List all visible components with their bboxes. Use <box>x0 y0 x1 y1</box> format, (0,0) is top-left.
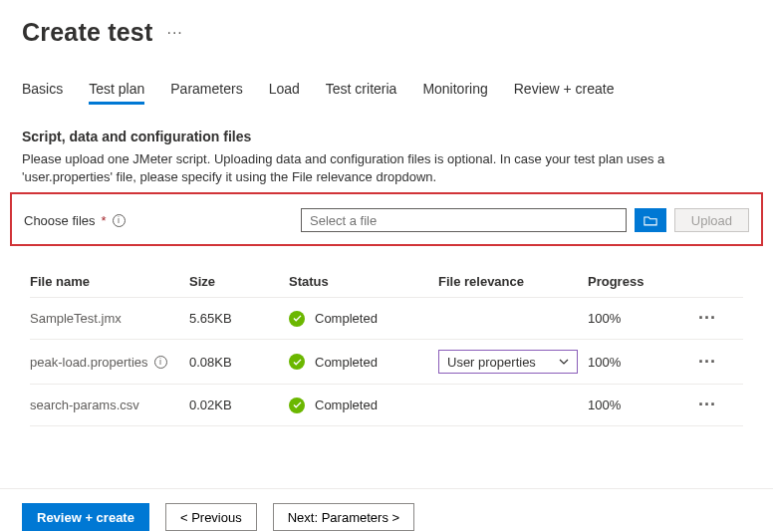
upload-button[interactable]: Upload <box>674 208 749 232</box>
check-icon <box>289 398 305 413</box>
choose-files-text: Choose files <box>24 213 96 228</box>
tab-test-criteria[interactable]: Test criteria <box>326 75 397 105</box>
tab-review-create[interactable]: Review + create <box>514 75 615 105</box>
tab-test-plan[interactable]: Test plan <box>89 75 144 105</box>
file-status-cell: Completed <box>289 398 438 413</box>
relevance-cell: User properties <box>438 350 588 374</box>
file-name-cell: SampleTest.jmx <box>30 311 189 326</box>
table-header-row: File name Size Status File relevance Pro… <box>30 262 743 298</box>
file-name-cell: peak-load.properties i <box>30 355 189 370</box>
previous-button[interactable]: < Previous <box>165 503 257 531</box>
progress-cell: 100% <box>588 311 687 326</box>
footer-bar: Review + create < Previous Next: Paramet… <box>0 488 773 532</box>
browse-button[interactable] <box>635 208 666 232</box>
status-text: Completed <box>315 355 378 370</box>
file-relevance-dropdown[interactable]: User properties <box>438 350 578 374</box>
info-icon[interactable]: i <box>154 356 167 369</box>
section-title: Script, data and configuration files <box>22 129 751 144</box>
chevron-down-icon <box>559 359 569 365</box>
page-title: Create test <box>22 18 152 47</box>
file-name: search-params.csv <box>30 398 139 412</box>
page-header: Create test ··· <box>22 18 751 47</box>
more-actions-icon[interactable]: ··· <box>166 24 182 42</box>
check-icon <box>289 311 305 327</box>
choose-files-row: Choose files * i Upload <box>10 192 763 246</box>
col-file-name: File name <box>30 274 189 289</box>
file-name: peak-load.properties <box>30 355 148 370</box>
tab-basics[interactable]: Basics <box>22 75 63 105</box>
choose-files-label: Choose files * i <box>24 213 293 228</box>
progress-cell: 100% <box>588 398 687 412</box>
row-more-icon[interactable]: ··· <box>687 308 727 329</box>
file-status-cell: Completed <box>289 354 438 370</box>
file-status-cell: Completed <box>289 311 438 327</box>
file-size: 0.02KB <box>189 398 289 412</box>
tab-load[interactable]: Load <box>269 75 300 105</box>
required-asterisk: * <box>102 213 107 228</box>
status-text: Completed <box>315 398 378 412</box>
section-description: Please upload one JMeter script. Uploadi… <box>22 150 719 186</box>
file-size: 0.08KB <box>189 355 289 370</box>
tab-monitoring[interactable]: Monitoring <box>422 75 487 105</box>
file-name-cell: search-params.csv <box>30 398 189 412</box>
file-name: SampleTest.jmx <box>30 311 122 326</box>
check-icon <box>289 354 305 370</box>
relevance-value: User properties <box>447 355 536 370</box>
col-relevance: File relevance <box>438 274 588 289</box>
progress-cell: 100% <box>588 355 687 370</box>
row-more-icon[interactable]: ··· <box>687 395 727 415</box>
table-row: SampleTest.jmx 5.65KB Completed 100% ··· <box>30 298 743 340</box>
row-more-icon[interactable]: ··· <box>687 352 727 373</box>
col-progress: Progress <box>588 274 687 289</box>
table-row: search-params.csv 0.02KB Completed 100% … <box>30 385 743 426</box>
file-select-input[interactable] <box>301 208 627 232</box>
table-row: peak-load.properties i 0.08KB Completed … <box>30 340 743 385</box>
review-create-button[interactable]: Review + create <box>22 503 149 531</box>
file-size: 5.65KB <box>189 311 289 326</box>
tab-bar: Basics Test plan Parameters Load Test cr… <box>22 75 751 105</box>
files-table: File name Size Status File relevance Pro… <box>22 262 751 426</box>
col-size: Size <box>189 274 289 289</box>
info-icon[interactable]: i <box>113 214 126 227</box>
folder-icon <box>644 215 657 226</box>
col-status: Status <box>289 274 438 289</box>
status-text: Completed <box>315 311 378 326</box>
tab-parameters[interactable]: Parameters <box>170 75 242 105</box>
next-button[interactable]: Next: Parameters > <box>273 503 414 531</box>
